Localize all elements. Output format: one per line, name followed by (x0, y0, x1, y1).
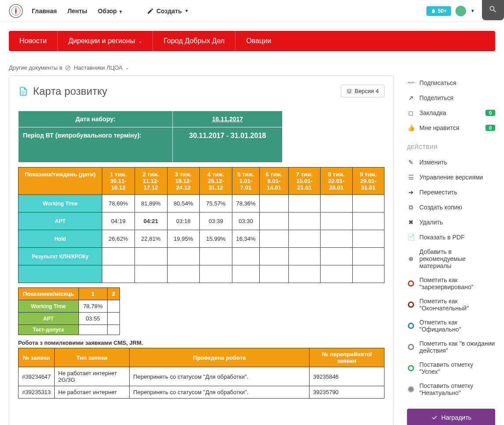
circle-icon (407, 322, 415, 330)
mark-irrelevant-action[interactable]: Поставить отметку "Неактуально" (407, 379, 495, 400)
week-cell: 03:39 (200, 212, 232, 230)
month-row-label: Тест-допуск (19, 325, 79, 335)
bookmark-action[interactable]: ◻Закладка0 (407, 105, 495, 120)
version-button[interactable]: Версия 4 (341, 85, 385, 97)
circle-icon (407, 364, 415, 372)
req-cell: 39235790 (310, 386, 385, 399)
week-header-col: 2 тиж.11.12-17.12 (134, 168, 167, 195)
chevron-down-icon: ▼ (470, 8, 475, 13)
mark-pending-action[interactable]: Пометить как "в ожидании действия" (407, 336, 495, 358)
mark-reserved-action[interactable]: Пометить как "зарезервировано" (407, 273, 495, 294)
week-cell (200, 248, 232, 265)
move-action[interactable]: ➜Переместить (407, 185, 495, 200)
notifications-button[interactable]: 50+ (426, 6, 451, 16)
pdf-icon: 📄 (407, 233, 415, 241)
week-header-col: 9 тиж.29.01-31.01 (352, 168, 385, 195)
period-value: 30.11.2017 - 31.01.2018 (173, 127, 283, 163)
requests-table: № заявкиТип заявкиПроведена робота№ пере… (18, 348, 385, 399)
like-count: 0 (485, 125, 495, 131)
search-icon (489, 5, 497, 14)
req-cell: Не работает интернет (55, 386, 130, 399)
bookmark-count: 0 (485, 110, 495, 116)
month-cell: 03:55 (78, 313, 107, 325)
award-button[interactable]: Наградить (407, 409, 495, 425)
req-cell: Перепринять со статусом "Для обработки". (130, 367, 310, 386)
week-cell: 81,89% (134, 195, 167, 212)
month-row-label: Working Time (19, 300, 79, 313)
like-action[interactable]: 👍Мне нравится0 (407, 120, 495, 135)
mark-official-action[interactable]: Отметить как "Официально" (407, 315, 495, 336)
recommend-action[interactable]: ⊕Добавить в рекомендуемые материалы (407, 245, 495, 273)
month-header-metric: Показники/місяць (19, 288, 79, 300)
month-header-col: 2 (107, 288, 119, 300)
req-cell: 39235846 (310, 367, 385, 386)
user-avatar[interactable] (455, 6, 466, 16)
meta-table: Дата набору: 16.11.2017 Період ВТ (випро… (18, 111, 283, 163)
logo[interactable] (9, 4, 23, 18)
nav-directions[interactable]: Дирекции и регионы ⌄ (58, 31, 153, 51)
actions-title: ДЕЙСТВИЯ (407, 144, 495, 150)
section-note: Робота з помилковими заявками CMS, JRM. (18, 339, 385, 346)
week-cell: 78,36% (232, 195, 260, 212)
req-cell: #39235313 (19, 386, 55, 399)
nav-overview[interactable]: Обзор ▼ (98, 7, 123, 15)
page-title: Карта розвитку (18, 85, 107, 97)
topbar: Главная Ленты Обзор ▼ Создать ▼ 50+ ▼ (0, 0, 504, 22)
thumb-up-icon: 👍 (407, 124, 415, 132)
circle-icon (407, 343, 415, 351)
week-cell: 80,54% (167, 195, 200, 212)
week-cell (352, 212, 385, 230)
week-cell: 03:18 (167, 212, 200, 230)
plus-icon: ⊕ (407, 255, 415, 263)
req-header: № переприйнятої заявки (310, 348, 385, 367)
week-cell: 19,95% (167, 230, 200, 248)
pencil-icon (147, 7, 154, 15)
week-cell (352, 248, 385, 265)
copy-action[interactable]: ⧉Создать копию (407, 200, 495, 215)
week-cell (321, 230, 352, 248)
period-label: Період ВТ (випробувального терміну): (19, 127, 173, 163)
nav-city[interactable]: Город Добрых Дел (153, 31, 235, 51)
applause-icon (431, 414, 438, 421)
chevron-down-icon: ▼ (184, 8, 189, 13)
req-header: Тип заявки (55, 348, 130, 367)
nav-news[interactable]: Новости (9, 31, 58, 51)
month-row-label: APT (19, 313, 79, 325)
nav-ovations[interactable]: Овации (235, 31, 282, 51)
week-cell (259, 212, 288, 230)
chevron-down-icon: ⌄ (138, 39, 142, 44)
nav-home[interactable]: Главная (32, 7, 57, 15)
week-cell: 16,34% (232, 230, 260, 248)
week-cell (232, 248, 260, 265)
versions-action[interactable]: ☰Управление версиями (407, 170, 495, 185)
create-button[interactable]: Создать ▼ (147, 7, 189, 15)
delete-action[interactable]: ✖Удалить (407, 215, 495, 230)
pdf-action[interactable]: 📄Показать в PDF (407, 230, 495, 245)
edit-action[interactable]: ✎Изменить (407, 155, 495, 170)
month-cell: 78,78% (78, 300, 107, 313)
week-header-col: 7 тиж.15.01-21.01 (288, 168, 320, 195)
req-cell: #39234647 (19, 367, 55, 386)
week-cell (321, 248, 352, 265)
week-cell (352, 265, 385, 283)
date-set-label: Дата набору: (19, 111, 173, 127)
week-row-label: Working Time (19, 195, 102, 212)
mark-success-action[interactable]: Поставить отметку "Успех" (407, 358, 495, 379)
req-cell: Не работает интернет 2G/3G (55, 367, 130, 386)
req-header: № заявки (19, 348, 55, 367)
week-cell: 04:19 (102, 212, 135, 230)
search-button[interactable] (482, 0, 504, 20)
main-content: Карта розвитку Версия 4 Дата набору: 16.… (9, 75, 394, 425)
subscribe-action[interactable]: 〰Подписаться (407, 75, 495, 90)
week-cell (259, 195, 288, 212)
breadcrumb-location[interactable]: Наставники ЛЦОА (74, 64, 122, 71)
week-cell (288, 195, 320, 212)
date-set-value: 16.11.2017 (173, 111, 283, 127)
week-cell (134, 248, 167, 265)
circle-slash-icon (65, 65, 71, 71)
nav-feeds[interactable]: Ленты (67, 7, 87, 15)
bell-icon (431, 8, 436, 14)
sidebar: 〰Подписаться ↗Поделиться ◻Закладка0 👍Мне… (407, 75, 495, 425)
share-action[interactable]: ↗Поделиться (407, 90, 495, 105)
mark-final-action[interactable]: Пометить как "Окончательный" (407, 294, 495, 315)
